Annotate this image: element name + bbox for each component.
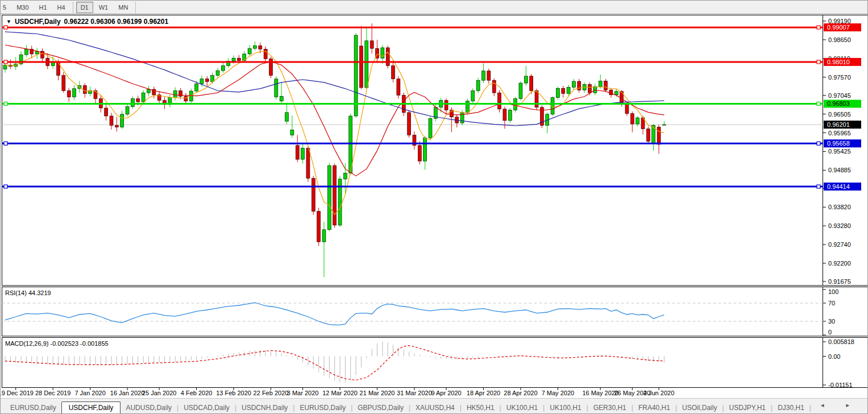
price-tick-label: 0.92200: [828, 260, 851, 267]
date-label: 13 Feb 2020: [216, 390, 251, 396]
candle-up: [599, 81, 602, 86]
hline-handle[interactable]: [817, 142, 820, 145]
candle-up: [482, 71, 485, 80]
rsi-level-label: 0: [828, 329, 832, 336]
rsi-line: [5, 303, 664, 325]
chart-canvas: 0.991900.986500.981100.975700.970450.965…: [1, 1, 868, 414]
main-panel-border: [2, 15, 823, 286]
date-label: 25 Jan 2020: [142, 390, 177, 396]
candle-up: [253, 45, 256, 48]
date-label: 28 Dec 2019: [35, 390, 70, 396]
date-label: 22 Feb 2020: [254, 390, 289, 396]
rsi-level-label: 100: [828, 288, 838, 295]
candle-up: [280, 96, 283, 101]
candle-down: [105, 108, 108, 116]
candle-up: [147, 89, 150, 93]
candle-down: [630, 114, 634, 124]
candle-down: [370, 41, 373, 48]
candle-up: [365, 41, 368, 88]
candle-up: [593, 86, 597, 93]
rsi-panel-border: [2, 287, 823, 337]
candle-down: [83, 85, 86, 93]
hline-price-badge-label: 0.99007: [827, 24, 850, 31]
price-tick-label: 0.97570: [828, 74, 851, 81]
candle-down: [392, 66, 395, 79]
price-tick-label: 0.93820: [828, 204, 851, 210]
hline-handle[interactable]: [4, 185, 7, 188]
date-label: 3 Mar 2020: [287, 390, 319, 396]
date-label: 16 Jan 2020: [110, 390, 145, 396]
candle-down: [503, 109, 506, 121]
hline-handle[interactable]: [4, 102, 7, 105]
candle-down: [386, 48, 389, 66]
macd-axis-label: 0.005818: [828, 338, 854, 345]
hline-handle[interactable]: [817, 26, 820, 29]
candle-up: [126, 107, 129, 114]
candle-down: [535, 90, 538, 107]
price-tick-label: 0.93280: [828, 222, 851, 229]
date-label: 31 Mar 2020: [397, 390, 432, 396]
ma-slow-line: [5, 32, 664, 126]
candle-down: [264, 49, 267, 59]
candle-down: [312, 179, 315, 212]
hline-handle[interactable]: [4, 26, 7, 29]
price-tick-label: 0.97045: [828, 92, 851, 99]
candle-up: [476, 80, 480, 90]
candle-up: [173, 90, 177, 97]
candle-down: [306, 148, 310, 179]
candle-up: [466, 101, 469, 113]
hline-handle[interactable]: [4, 142, 7, 145]
candle-up: [121, 114, 124, 127]
candle-up: [3, 65, 7, 69]
candle-up: [131, 99, 134, 107]
ma-medium-line: [5, 45, 664, 176]
chart-ohlc-values: 0.96222 0.96306 0.96199 0.96201: [64, 18, 169, 26]
date-label: 28 Apr 2020: [504, 390, 537, 396]
symbol-dropdown-icon[interactable]: ▼: [6, 19, 11, 24]
hline-handle[interactable]: [4, 60, 7, 64]
candle-up: [216, 71, 219, 76]
candle-down: [492, 80, 496, 93]
price-tick-label: 0.95425: [828, 148, 851, 155]
rsi-label: RSI(14) 44.3219: [5, 289, 51, 296]
candle-down: [397, 79, 400, 96]
candle-up: [248, 48, 251, 54]
date-label: 4 Jun 2020: [643, 390, 674, 396]
candle-up: [51, 63, 55, 66]
hline-handle[interactable]: [817, 60, 820, 64]
candle-up: [662, 125, 666, 125]
candle-up: [429, 118, 432, 138]
candle-down: [646, 129, 650, 142]
candle-up: [142, 93, 145, 102]
candle-down: [487, 71, 491, 80]
hline-price-badge-label: 0.94414: [827, 183, 850, 190]
hline-price-badge-label: 0.98010: [827, 59, 850, 65]
chart-symbol-label: USDCHF,Daily: [15, 18, 61, 26]
hline-handle[interactable]: [817, 102, 820, 105]
candle-down: [259, 45, 262, 49]
candle-up: [567, 87, 570, 93]
macd-axis-label: -0.01151: [828, 382, 853, 388]
candle-up: [614, 92, 618, 95]
date-label: 12 Mar 2020: [322, 390, 358, 396]
candle-down: [408, 113, 411, 135]
candle-up: [471, 90, 475, 101]
hline-price-badge-label: 0.95658: [827, 140, 850, 147]
candle-down: [625, 104, 629, 114]
candle-up: [285, 113, 289, 121]
candle-up: [275, 79, 278, 97]
candle-down: [609, 90, 613, 95]
price-tick-label: 0.98650: [828, 36, 851, 43]
candle-up: [301, 148, 305, 160]
price-tick-label: 0.95965: [828, 130, 851, 136]
macd-axis-label: 0.00: [828, 353, 840, 360]
candle-up: [290, 130, 294, 135]
price-tick-label: 0.91675: [828, 278, 851, 285]
date-label: 16 May 2020: [582, 390, 618, 396]
candle-up: [322, 230, 326, 242]
candle-down: [418, 146, 421, 161]
candle-up: [508, 110, 512, 121]
date-label: 21 Mar 2020: [360, 390, 395, 396]
hline-handle[interactable]: [817, 185, 820, 188]
candle-up: [73, 89, 76, 97]
